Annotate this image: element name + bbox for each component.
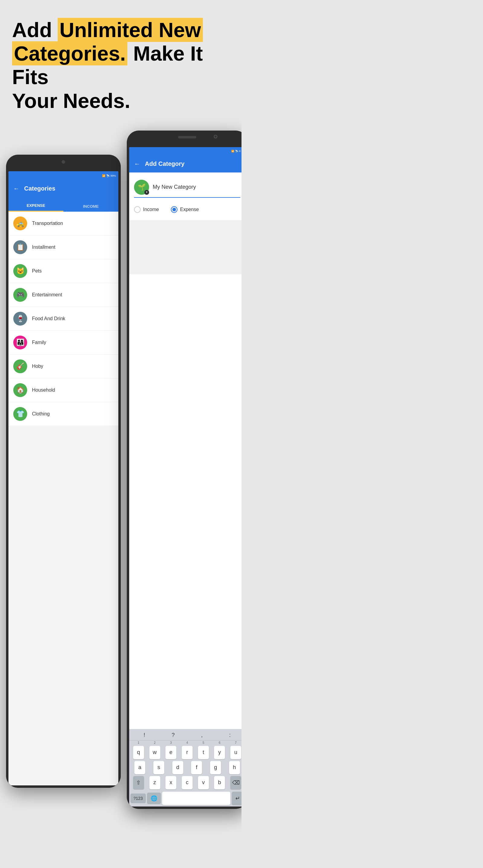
radio-expense[interactable]: Expense bbox=[171, 206, 199, 213]
entertainment-icon: 🎮 bbox=[13, 288, 27, 302]
radio-income[interactable]: Income bbox=[134, 206, 159, 213]
hoby-icon: 🎸 bbox=[13, 360, 27, 373]
keyboard-row-1: q w e r t y u bbox=[129, 745, 242, 760]
category-list: 🚕 Transportation 📋 Installment 🐱 Pets 🎮 … bbox=[8, 212, 118, 426]
key-comma[interactable]: , bbox=[199, 731, 205, 740]
list-item[interactable]: 👨‍👩‍👧 Family bbox=[8, 331, 118, 354]
pets-icon: 🐱 bbox=[13, 264, 27, 278]
status-bar-left: 📶 📡 99% bbox=[8, 171, 118, 180]
keyboard-special-row: ! ? , : bbox=[129, 729, 242, 741]
key-space[interactable] bbox=[162, 792, 230, 805]
add-category-form: 🌱 ▼ Income bbox=[129, 173, 242, 220]
key-f[interactable]: f bbox=[191, 761, 202, 774]
app-bar-left: ← Categories bbox=[8, 180, 118, 197]
key-x[interactable]: x bbox=[165, 776, 176, 789]
key-exclaim[interactable]: ! bbox=[141, 731, 148, 740]
key-y[interactable]: y bbox=[214, 746, 225, 759]
key-e[interactable]: e bbox=[165, 746, 176, 759]
tab-income[interactable]: INCOME bbox=[63, 197, 118, 212]
family-label: Family bbox=[32, 340, 46, 345]
key-num-switch[interactable]: ?123 bbox=[131, 794, 146, 803]
back-arrow-left[interactable]: ← bbox=[13, 185, 19, 192]
food-icon: 🍷 bbox=[13, 312, 27, 326]
signal-icon-right: 📡 bbox=[235, 150, 238, 153]
family-icon: 👨‍👩‍👧 bbox=[13, 336, 27, 349]
list-item[interactable]: 🎮 Entertainment bbox=[8, 283, 118, 307]
key-t[interactable]: t bbox=[198, 746, 209, 759]
phone-left: 📶 📡 99% ← Categories EXPENSE INC bbox=[6, 155, 121, 788]
key-v[interactable]: v bbox=[198, 776, 209, 789]
gray-gap bbox=[129, 220, 242, 274]
tab-expense[interactable]: EXPENSE bbox=[8, 197, 63, 212]
phone-screen-left: 📶 📡 99% ← Categories EXPENSE INC bbox=[8, 171, 118, 785]
icon-picker[interactable]: 🌱 ▼ bbox=[134, 180, 149, 195]
app-title-right: Add Category bbox=[145, 160, 184, 167]
keyboard-row-3: ⇧ z x c v b ⌫ bbox=[129, 775, 242, 790]
household-icon: 🏠 bbox=[13, 383, 27, 397]
key-shift[interactable]: ⇧ bbox=[133, 776, 144, 789]
key-backspace[interactable]: ⌫ bbox=[230, 776, 241, 789]
sim-icon-right: R 2 bbox=[239, 150, 242, 153]
category-name-input[interactable] bbox=[153, 184, 240, 190]
list-item[interactable]: 🐱 Pets bbox=[8, 259, 118, 283]
status-icons-left: 📶 📡 99% bbox=[102, 174, 116, 177]
clothing-icon: 👕 bbox=[13, 407, 27, 421]
list-item[interactable]: 👕 Clothing bbox=[8, 402, 118, 426]
key-r[interactable]: r bbox=[182, 746, 193, 759]
key-h[interactable]: h bbox=[229, 761, 240, 774]
back-arrow-right[interactable]: ← bbox=[134, 160, 140, 167]
keyboard[interactable]: ! ? , : 1 2 3 4 5 6 7 q bbox=[129, 729, 242, 806]
household-label: Household bbox=[32, 388, 55, 393]
key-c[interactable]: c bbox=[182, 776, 193, 789]
signal-icon: 📡 bbox=[106, 174, 110, 177]
key-question[interactable]: ? bbox=[169, 731, 177, 740]
keyboard-row-2: a s d f g h bbox=[129, 760, 242, 775]
key-z[interactable]: z bbox=[149, 776, 160, 789]
app-title-left: Categories bbox=[24, 185, 55, 192]
key-g[interactable]: g bbox=[210, 761, 221, 774]
key-s[interactable]: s bbox=[153, 761, 164, 774]
radio-expense-label: Expense bbox=[180, 207, 199, 212]
transport-icon: 🚕 bbox=[13, 216, 27, 230]
hero-line3: Your Needs. bbox=[12, 89, 131, 112]
radio-income-circle[interactable] bbox=[134, 206, 141, 213]
pets-label: Pets bbox=[32, 268, 42, 274]
key-u[interactable]: u bbox=[230, 746, 241, 759]
phones-showcase: 📶 📡 99% ← Categories EXPENSE INC bbox=[0, 130, 242, 868]
key-colon[interactable]: : bbox=[227, 731, 233, 740]
icon-picker-arrow: ▼ bbox=[144, 190, 149, 195]
key-q[interactable]: q bbox=[133, 746, 144, 759]
key-globe[interactable]: 🌐 bbox=[147, 793, 161, 804]
key-b[interactable]: b bbox=[214, 776, 225, 789]
hero-line1-plain: Add bbox=[12, 19, 58, 41]
list-item[interactable]: 🚕 Transportation bbox=[8, 212, 118, 236]
hoby-label: Hoby bbox=[32, 364, 43, 369]
key-w[interactable]: w bbox=[149, 746, 160, 759]
status-bar-right: 📶 📡 R 2 bbox=[129, 147, 242, 156]
hero-section: Add Unlimited New Categories. Make It Fi… bbox=[0, 0, 242, 125]
keyboard-number-hints: 1 2 3 4 5 6 7 bbox=[129, 741, 242, 745]
radio-income-label: Income bbox=[143, 207, 159, 212]
phone-screen-right: 📶 📡 R 2 ← Add Category 🌱 ▼ bbox=[129, 147, 242, 806]
transport-label: Transportation bbox=[32, 221, 63, 226]
radio-expense-inner bbox=[172, 208, 176, 211]
tab-bar-left: EXPENSE INCOME bbox=[8, 197, 118, 212]
radio-row: Income Expense bbox=[134, 204, 240, 215]
form-input-row: 🌱 ▼ bbox=[134, 180, 240, 198]
installment-icon: 📋 bbox=[13, 240, 27, 254]
clothing-label: Clothing bbox=[32, 411, 50, 417]
list-item[interactable]: 📋 Installment bbox=[8, 236, 118, 259]
wifi-icon: 📶 bbox=[102, 174, 105, 177]
list-item[interactable]: 🎸 Hoby bbox=[8, 354, 118, 378]
entertainment-label: Entertainment bbox=[32, 292, 62, 298]
key-enter[interactable]: ↵ bbox=[232, 792, 242, 805]
app-bar-right: ← Add Category bbox=[129, 156, 242, 173]
installment-label: Installment bbox=[32, 245, 55, 250]
key-a[interactable]: a bbox=[134, 761, 145, 774]
key-d[interactable]: d bbox=[172, 761, 183, 774]
food-label: Food And Drink bbox=[32, 316, 65, 321]
radio-expense-circle[interactable] bbox=[171, 206, 177, 213]
wifi-icon-right: 📶 bbox=[231, 150, 234, 153]
list-item[interactable]: 🏠 Household bbox=[8, 378, 118, 402]
list-item[interactable]: 🍷 Food And Drink bbox=[8, 307, 118, 331]
